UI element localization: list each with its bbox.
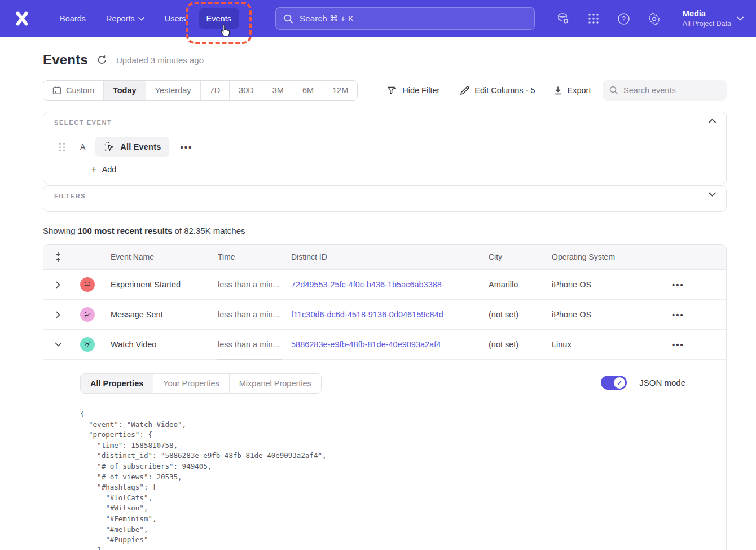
nav-item-events[interactable]: Events [199, 8, 239, 29]
last-updated-text: Updated 3 minutes ago [116, 55, 204, 65]
mixpanel-logo-icon[interactable] [12, 9, 32, 28]
json-mode-label: JSON mode [639, 378, 685, 387]
expand-chevron-down-icon[interactable] [709, 192, 716, 197]
expand-row-chevron-right-icon[interactable] [43, 311, 73, 318]
collapse-expand-all-icon[interactable] [43, 251, 73, 263]
range-label: Today [113, 86, 137, 95]
global-search-input[interactable]: Search ⌘ + K [275, 7, 535, 30]
nav-item-boards[interactable]: Boards [52, 8, 94, 29]
column-header-distinct-id[interactable]: Distinct ID [283, 252, 480, 261]
distinct-id-cell: 5886283e-e9fb-48fb-81de-40e9093a2af4 [283, 340, 480, 349]
range-6m[interactable]: 6M [293, 81, 323, 100]
city-cell: (not set) [480, 340, 543, 349]
range-30d[interactable]: 30D [230, 81, 263, 100]
project-scope: All Project Data [683, 19, 731, 29]
filters-label: FILTERS [54, 193, 86, 199]
range-label: 30D [239, 86, 254, 95]
apps-grid-icon[interactable] [587, 12, 600, 25]
page-header: Events Updated 3 minutes ago [43, 52, 204, 68]
summary-suffix: of 82.35K matches [172, 226, 245, 235]
distinct-id-cell: f11c30d6-dc6d-4518-9136-0d046159c84d [283, 310, 480, 319]
avatar [80, 277, 95, 292]
collapse-chevron-up-icon[interactable] [709, 119, 716, 123]
add-event-button[interactable]: + Add [91, 165, 116, 174]
range-3m[interactable]: 3M [263, 81, 293, 100]
event-json-code: { "event": "Watch Video", "properties": … [80, 409, 726, 550]
range-12m[interactable]: 12M [323, 81, 357, 100]
nav-items: Boards Reports Users Events [52, 8, 244, 29]
refresh-icon[interactable] [97, 55, 107, 65]
chevron-down-icon [737, 16, 744, 21]
date-range-picker: Custom Today Yesterday 7D 30D 3M 6M 12M [43, 80, 358, 101]
nav-item-label: Users [165, 14, 186, 23]
settings-gear-icon[interactable] [648, 12, 661, 25]
drag-handle-icon[interactable] [59, 143, 65, 151]
select-event-label: SELECT EVENT [54, 119, 112, 126]
event-more-options-button[interactable]: ••• [180, 142, 192, 152]
project-name: Media [683, 8, 731, 19]
range-label: 7D [210, 86, 221, 95]
tab-mixpanel-properties[interactable]: Mixpanel Properties [229, 374, 321, 393]
nav-item-label: Events [206, 14, 231, 23]
avatar [80, 337, 95, 352]
distinct-id-link[interactable]: 5886283e-e9fb-48fb-81de-40e9093a2af4 [291, 340, 441, 349]
nav-item-reports[interactable]: Reports [98, 8, 152, 29]
range-custom[interactable]: Custom [43, 81, 104, 100]
navbar-right-group: ? Media All Project Data [556, 8, 744, 29]
project-selector[interactable]: Media All Project Data [683, 8, 744, 29]
row-more-options-button[interactable]: ••• [672, 340, 684, 350]
event-selector-button[interactable]: All Events [95, 137, 169, 157]
tab-your-properties[interactable]: Your Properties [153, 374, 228, 393]
pencil-icon [460, 86, 469, 95]
json-mode-control: ✓ JSON mode [601, 376, 685, 390]
column-header-os[interactable]: Operating System [543, 252, 656, 261]
edit-columns-label: Edit Columns · 5 [474, 86, 535, 95]
expand-row-chevron-right-icon[interactable] [43, 281, 73, 289]
time-cell: less than a min... [209, 280, 283, 289]
city-cell: Amarillo [480, 280, 543, 289]
range-today[interactable]: Today [104, 81, 146, 100]
distinct-id-link[interactable]: 72d49553-25fc-4f0c-b436-1b5ac6ab3388 [291, 280, 442, 289]
collapse-row-chevron-down-icon[interactable] [43, 342, 73, 347]
range-yesterday[interactable]: Yesterday [146, 81, 201, 100]
column-header-time[interactable]: Time [209, 252, 283, 261]
data-management-icon[interactable] [556, 12, 570, 25]
hide-filter-label: Hide Filter [402, 86, 439, 95]
json-mode-toggle[interactable]: ✓ [601, 376, 627, 390]
results-summary: Showing 100 most recent results of 82.35… [43, 226, 245, 235]
os-cell: iPhone OS [543, 280, 656, 289]
table-row-expanded[interactable]: Watch Video less than a min... 5886283e-… [43, 330, 726, 360]
chevron-down-icon [138, 17, 144, 21]
search-icon [284, 14, 293, 24]
column-header-event-name[interactable]: Event Name [102, 252, 209, 261]
column-header-city[interactable]: City [480, 252, 543, 261]
filters-panel: FILTERS [43, 185, 727, 212]
calendar-icon [52, 86, 61, 95]
tab-all-properties[interactable]: All Properties [81, 374, 153, 393]
search-events-field[interactable] [603, 80, 727, 101]
table-row[interactable]: Experiment Started less than a min... 72… [43, 270, 726, 300]
nav-item-users[interactable]: Users [157, 8, 194, 29]
hide-filter-button[interactable]: Hide Filter [387, 86, 439, 95]
row-more-options-button[interactable]: ••• [672, 280, 684, 290]
avatar-cell [73, 277, 102, 292]
export-label: Export [568, 86, 591, 95]
select-event-panel: SELECT EVENT A All Events [43, 112, 727, 184]
event-name-cell: Experiment Started [102, 280, 209, 289]
row-actions-cell: ••• [656, 340, 726, 350]
range-7d[interactable]: 7D [201, 81, 230, 100]
edit-columns-button[interactable]: Edit Columns · 5 [460, 86, 535, 95]
distinct-id-link[interactable]: f11c30d6-dc6d-4518-9136-0d046159c84d [291, 310, 443, 319]
event-detail-panel: All Properties Your Properties Mixpanel … [43, 360, 726, 550]
range-label: 6M [302, 86, 314, 95]
row-more-options-button[interactable]: ••• [672, 310, 684, 320]
help-icon[interactable]: ? [617, 12, 631, 25]
plus-icon: + [91, 165, 97, 173]
table-row[interactable]: Message Sent less than a min... f11c30d6… [43, 300, 726, 330]
event-query-row: A All Events ••• [59, 137, 192, 157]
export-button[interactable]: Export [553, 86, 591, 95]
search-events-input[interactable] [623, 86, 714, 95]
page-title: Events [43, 52, 88, 68]
event-name-cell: Watch Video [102, 340, 209, 349]
property-tabs: All Properties Your Properties Mixpanel … [80, 373, 322, 394]
